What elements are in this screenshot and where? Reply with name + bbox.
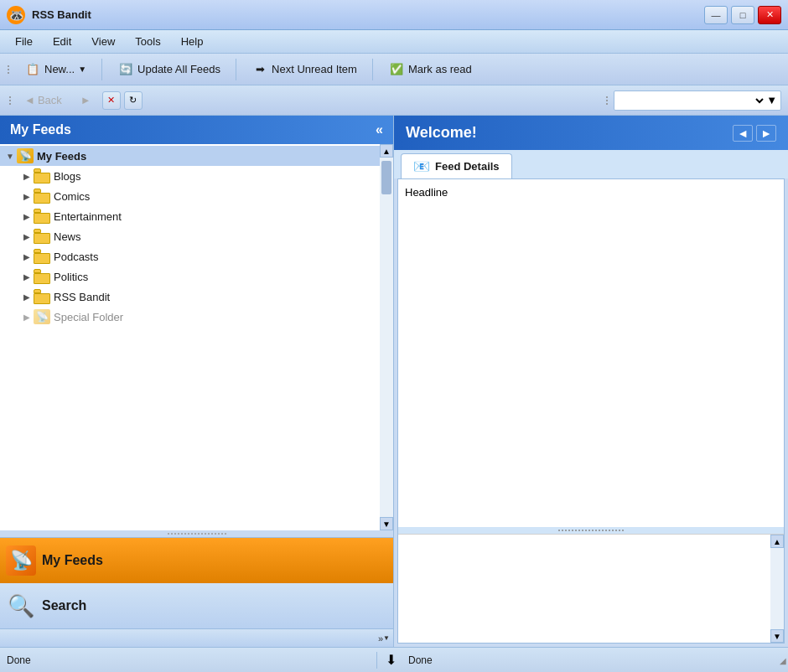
headline-text: Headline: [405, 186, 448, 199]
menu-view[interactable]: View: [83, 33, 123, 50]
search-large-icon: 🔍: [6, 591, 36, 621]
rss-bandit-expander[interactable]: ▶: [20, 290, 34, 303]
search-nav-icon: 🔍: [0, 585, 42, 627]
stop-button[interactable]: ✕: [102, 91, 121, 110]
right-panel-header: Welcome! ◄ ►: [394, 116, 788, 150]
mark-icon: ✅: [388, 61, 405, 78]
next-unread-button[interactable]: ➡ Next Unread Item: [244, 57, 365, 82]
maximize-button[interactable]: □: [731, 6, 754, 24]
app-title: RSS Bandit: [32, 8, 91, 21]
scroll-down-button[interactable]: ▼: [380, 517, 393, 530]
tree-inner: ▼ 📡 My Feeds ▶ Blogs ▶: [0, 144, 393, 328]
prev-pane-button[interactable]: ◄: [733, 125, 753, 142]
status-icon: ⬇: [381, 652, 402, 668]
collapse-panel-button[interactable]: «: [376, 122, 383, 137]
close-button[interactable]: ✕: [758, 6, 781, 24]
content-bottom: ▲ ▼: [398, 534, 784, 643]
scroll-up-button[interactable]: ▲: [380, 144, 393, 158]
tree-item-news-label: News: [54, 230, 81, 243]
update-icon: 🔄: [117, 61, 134, 78]
menu-file[interactable]: File: [7, 33, 41, 50]
tree-item-partial[interactable]: ▶ 📡 Special Folder: [0, 307, 380, 327]
comics-expander[interactable]: ▶: [20, 189, 34, 203]
new-dropdown-arrow[interactable]: ▼: [78, 65, 86, 74]
nav-bar: ◄ Back ► ✕ ↻ ▼: [0, 85, 788, 116]
content-scroll-up[interactable]: ▲: [770, 535, 784, 548]
blogs-folder-icon: [34, 168, 50, 184]
podcasts-folder-icon: [34, 249, 50, 264]
tree-scrollbar[interactable]: ▲ ▼: [380, 144, 393, 530]
menu-tools[interactable]: Tools: [127, 33, 168, 50]
partial-rss-icon: 📡: [34, 309, 50, 324]
tree-root-item[interactable]: ▼ 📡 My Feeds: [0, 146, 380, 166]
tree-item-politics[interactable]: ▶ Politics: [0, 266, 380, 287]
tree-item-entertainment-label: Entertainment: [54, 210, 122, 223]
tree-item-comics-label: Comics: [54, 190, 90, 203]
politics-expander[interactable]: ▶: [20, 270, 34, 283]
content-divider: [398, 527, 784, 534]
back-arrow-icon: ◄: [24, 94, 35, 106]
feed-details-tab[interactable]: 📧 Feed Details: [401, 153, 512, 178]
content-scrollbar[interactable]: ▲ ▼: [770, 535, 784, 643]
tree-item-blogs-label: Blogs: [54, 170, 81, 183]
toolbar-gripper: [5, 65, 12, 74]
next-icon: ➡: [251, 61, 268, 78]
update-all-feeds-button[interactable]: 🔄 Update All Feeds: [110, 57, 228, 82]
comics-folder-icon: [34, 189, 50, 204]
status-bar: Done ⬇ Done ◢: [0, 647, 788, 672]
content-top: Headline: [398, 179, 784, 527]
content-scroll-down[interactable]: ▼: [770, 629, 784, 643]
minimize-button[interactable]: —: [704, 6, 728, 24]
resize-gripper: [0, 530, 393, 537]
entertainment-expander[interactable]: ▶: [20, 209, 34, 223]
tree-item-rss-bandit[interactable]: ▶ RSS Bandit: [0, 287, 380, 307]
status-left: Done: [0, 654, 373, 666]
toolbar-separator-1: [101, 59, 102, 80]
address-dropdown[interactable]: ▼: [614, 90, 781, 111]
tab-label: Feed Details: [435, 160, 500, 173]
nav-gripper: [7, 96, 13, 105]
politics-folder-icon: [34, 269, 50, 284]
dropdown-arrow-icon: ▼: [766, 94, 777, 106]
forward-arrow-icon: ►: [80, 94, 91, 106]
tree-item-comics[interactable]: ▶ Comics: [0, 186, 380, 206]
nav-panel-container: 📡 My Feeds 🔍 Search: [0, 537, 393, 628]
next-pane-button[interactable]: ►: [756, 125, 776, 142]
forward-button[interactable]: ►: [73, 90, 99, 110]
tree-view[interactable]: ▼ 📡 My Feeds ▶ Blogs ▶: [0, 144, 393, 530]
toolbar: 📋 New... ▼ 🔄 Update All Feeds ➡ Next Unr…: [0, 54, 788, 85]
address-select[interactable]: [618, 94, 766, 107]
new-icon: 📋: [24, 61, 41, 78]
status-right: Done: [402, 654, 775, 666]
right-panel-nav: ◄ ►: [733, 125, 776, 142]
tree-item-blogs[interactable]: ▶ Blogs: [0, 166, 380, 186]
rss-bandit-folder-icon: [34, 289, 50, 304]
root-expander[interactable]: ▼: [3, 149, 17, 163]
tree-item-partial-label: Special Folder: [54, 311, 123, 323]
divider-dots: [558, 530, 624, 531]
news-expander[interactable]: ▶: [20, 230, 34, 243]
podcasts-expander[interactable]: ▶: [20, 250, 34, 263]
refresh-button[interactable]: ↻: [124, 91, 143, 110]
search-nav-panel[interactable]: 🔍 Search: [0, 583, 393, 628]
right-panel-title: Welcome!: [406, 124, 477, 142]
tree-item-entertainment[interactable]: ▶ Entertainment: [0, 206, 380, 226]
menu-help[interactable]: Help: [173, 33, 212, 50]
menu-edit[interactable]: Edit: [44, 33, 80, 50]
my-feeds-nav-panel[interactable]: 📡 My Feeds: [0, 538, 393, 583]
title-bar-left: 🦝 RSS Bandit: [7, 6, 91, 24]
left-panel: My Feeds « ▼ 📡 My Feeds ▶: [0, 116, 394, 647]
back-button[interactable]: ◄ Back: [17, 90, 70, 110]
tree-item-podcasts-label: Podcasts: [54, 251, 98, 263]
my-feeds-nav-label: My Feeds: [42, 553, 103, 568]
resize-handle[interactable]: ◢: [775, 654, 788, 667]
new-button[interactable]: 📋 New... ▼: [17, 57, 94, 82]
expand-down-button[interactable]: ▼: [383, 634, 390, 642]
root-rss-icon: 📡: [17, 148, 34, 163]
tree-item-podcasts[interactable]: ▶ Podcasts: [0, 246, 380, 266]
blogs-expander[interactable]: ▶: [20, 169, 34, 183]
menu-bar: File Edit View Tools Help: [0, 30, 788, 54]
mark-as-read-button[interactable]: ✅ Mark as read: [381, 57, 480, 82]
tree-item-news[interactable]: ▶ News: [0, 226, 380, 246]
scroll-thumb[interactable]: [381, 161, 391, 194]
